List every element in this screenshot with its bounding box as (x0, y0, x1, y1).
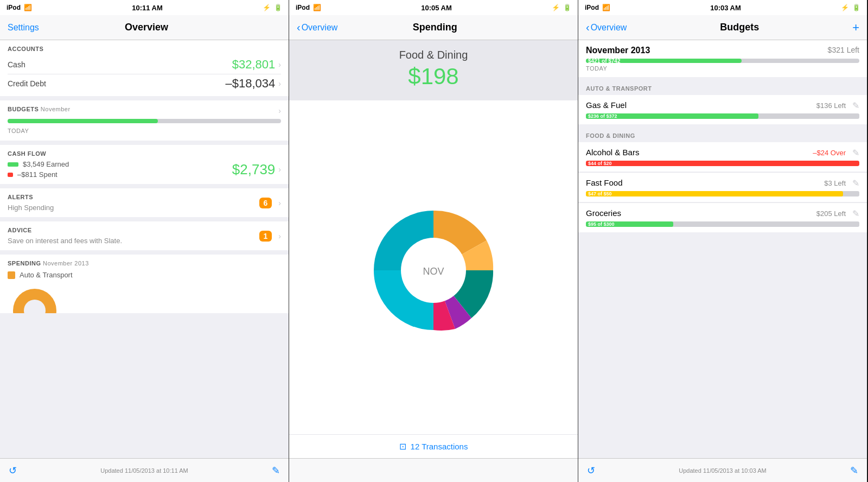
budgets-header: BUDGETS November (8, 106, 71, 112)
credit-value: –$18,034 (226, 77, 276, 91)
back-button-3[interactable]: ‹ Overview (586, 21, 627, 34)
carrier-3: iPod (585, 4, 599, 11)
earned-label: $3,549 Earned (23, 160, 69, 168)
status-bar-1: iPod 📶 10:11 AM ⚡ 🔋 (0, 0, 289, 15)
fastfood-bar-row: $47 of $50 (586, 191, 859, 196)
fastfood-bar-bg: $47 of $50 (586, 191, 859, 196)
credit-label: Credit Debt (8, 79, 46, 88)
carrier-1: iPod (7, 4, 21, 11)
gas-bar-fill: $236 of $372 (586, 113, 758, 119)
advice-header: ADVICE (8, 227, 122, 233)
fastfood-bar-fill: $47 of $50 (586, 191, 843, 196)
budget-item-groceries[interactable]: Groceries $205 Left ✎ $95 of $300 (578, 202, 867, 232)
alerts-chevron: › (278, 199, 281, 207)
alerts-sub: High Spending (8, 204, 54, 212)
cash-label: Cash (8, 60, 25, 69)
bluetooth-icon-3: ⚡ (841, 4, 849, 11)
donut-chart-container: NOV (289, 100, 578, 434)
alcohol-edit-icon[interactable]: ✎ (852, 148, 859, 158)
gas-right: $136 Left ✎ (816, 100, 859, 111)
credit-row[interactable]: Credit Debt –$18,034 › (8, 74, 281, 93)
nav-bar-3: ‹ Overview Budgets + (578, 15, 867, 40)
groceries-bar-bg: $95 of $300 (586, 221, 859, 227)
budget-item-alcohol[interactable]: Alcohol & Bars –$24 Over ✎ $44 of $20 (578, 142, 867, 172)
updated-text-3: Updated 11/05/2013 at 10:03 AM (679, 467, 766, 474)
divider-b2 (578, 125, 867, 129)
fastfood-left: $3 Left (824, 179, 846, 187)
advice-chevron: › (278, 232, 281, 240)
budgets-scroll: November 2013 $321 Left $421 of $742 TOD… (578, 40, 867, 458)
bluetooth-icon-1: ⚡ (263, 4, 271, 11)
battery-icon-3: 🔋 (852, 4, 860, 11)
groceries-edit-icon[interactable]: ✎ (852, 208, 859, 219)
budgets-progress-bg (8, 119, 281, 123)
settings-button[interactable]: Settings (8, 23, 39, 33)
fastfood-name: Fast Food (586, 178, 623, 187)
scroll-content-1: ACCOUNTS Cash $32,801 › Credit Debt –$18… (0, 40, 289, 458)
wifi-icon-1: 📶 (24, 4, 32, 11)
refresh-icon-3[interactable]: ↺ (587, 465, 595, 477)
cashflow-section[interactable]: CASH FLOW $3,549 Earned –$811 Spent $2,7… (0, 145, 289, 184)
budget-item-gas[interactable]: Gas & Fuel $136 Left ✎ $236 of $372 (578, 95, 867, 124)
budgets-section[interactable]: BUDGETS November › TODAY (0, 100, 289, 141)
cash-row[interactable]: Cash $32,801 › (8, 55, 281, 74)
time-3: 10:03 AM (710, 4, 741, 12)
gas-edit-icon[interactable]: ✎ (852, 100, 859, 111)
cashflow-total-row: $2,739 › (232, 161, 281, 178)
earned-dot (8, 162, 18, 167)
advice-badge: 1 (259, 231, 272, 242)
cashflow-header: CASH FLOW (8, 150, 281, 157)
donut-center-label: NOV (423, 266, 444, 277)
alcohol-name: Alcohol & Bars (586, 148, 639, 157)
advice-section[interactable]: ADVICE Save on interest and fees with Sl… (0, 221, 289, 250)
wifi-icon-3: 📶 (602, 4, 610, 11)
legend-label: Auto & Transport (20, 271, 73, 279)
cashflow-chevron: › (278, 165, 281, 174)
status-right-3: ⚡ 🔋 (841, 4, 860, 11)
transactions-bar[interactable]: ⊡ 12 Transactions (289, 434, 578, 458)
refresh-icon-1[interactable]: ↺ (9, 465, 17, 477)
page-title-3: Budgets (720, 22, 759, 33)
advice-sub: Save on interest and fees with Slate. (8, 237, 122, 245)
status-bar-3: iPod 📶 10:03 AM ⚡ 🔋 (578, 0, 867, 15)
groceries-bar-fill: $95 of $300 (586, 221, 673, 227)
divider-1 (0, 96, 289, 100)
budget-item-fastfood[interactable]: Fast Food $3 Left ✎ $47 of $50 (578, 172, 867, 202)
spending-info: SPENDING November 2013 Auto & Transport (8, 260, 281, 313)
groceries-bar-label: $95 of $300 (588, 221, 615, 227)
fastfood-edit-icon[interactable]: ✎ (852, 178, 859, 188)
panel-overview: iPod 📶 10:11 AM ⚡ 🔋 Settings Overview AC… (0, 0, 289, 482)
divider-auto-transport: AUTO & TRANSPORT (578, 82, 867, 95)
gas-bar-row: $236 of $372 (586, 113, 859, 119)
spending-header: SPENDING November 2013 (8, 260, 281, 267)
spending-legend: Auto & Transport (8, 271, 281, 279)
alerts-section[interactable]: ALERTS High Spending 6 › (0, 188, 289, 217)
alerts-badge: 6 (259, 198, 272, 208)
alcohol-header: Alcohol & Bars –$24 Over ✎ (586, 148, 859, 158)
edit-icon-1[interactable]: ✎ (272, 465, 280, 477)
fastfood-header: Fast Food $3 Left ✎ (586, 178, 859, 188)
gas-left: $136 Left (816, 102, 846, 110)
status-bar-2: iPod 📶 10:05 AM ⚡ 🔋 (289, 0, 578, 15)
groceries-bar-row: $95 of $300 (586, 221, 859, 227)
wifi-icon-2: 📶 (313, 4, 321, 11)
add-budget-button[interactable]: + (852, 21, 859, 35)
nov-title: November 2013 (586, 46, 650, 55)
status-right-2: ⚡ 🔋 (552, 4, 571, 11)
groceries-left: $205 Left (816, 210, 846, 218)
spent-label: –$811 Spent (17, 170, 58, 179)
advice-row: ADVICE Save on interest and fees with Sl… (8, 227, 281, 245)
back-button-2[interactable]: ‹ Overview (297, 21, 337, 34)
budgets-chevron: › (278, 106, 281, 115)
page-title-1: Overview (125, 22, 168, 33)
spending-section-1[interactable]: SPENDING November 2013 Auto & Transport (0, 255, 289, 313)
status-right-1: ⚡ 🔋 (263, 4, 282, 11)
fastfood-right: $3 Left ✎ (824, 178, 859, 188)
chevron-left-icon-2: ‹ (297, 21, 301, 34)
edit-icon-3[interactable]: ✎ (850, 465, 858, 477)
budgets-progress-fill (8, 119, 158, 123)
alerts-right: 6 › (259, 198, 281, 208)
fastfood-bar-label: $47 of $50 (588, 191, 612, 196)
november-budget[interactable]: November 2013 $321 Left $421 of $742 TOD… (578, 40, 867, 77)
alcohol-bar-label: $44 of $20 (588, 161, 612, 166)
